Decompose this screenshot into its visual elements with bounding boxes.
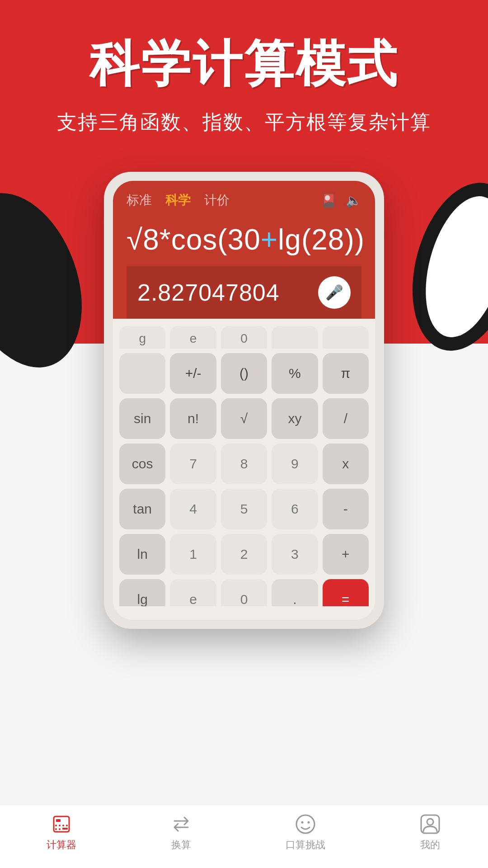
key-9[interactable]: 9: [272, 443, 318, 484]
key-7[interactable]: 7: [170, 443, 216, 484]
bottom-navigation: 计算器 换算 口算挑战 我的: [0, 805, 488, 868]
key-1[interactable]: 1: [170, 534, 216, 575]
person-icon: [419, 813, 441, 835]
phone-frame: 标准 科学 计价 🎴 🔈 √8*cos(30+lg(28)) 2.8270478…: [104, 172, 384, 629]
nav-label-exchange: 换算: [171, 838, 191, 852]
key-cos[interactable]: cos: [119, 443, 165, 484]
svg-point-6: [55, 828, 57, 830]
keys-row-3: cos 7 8 9 x: [119, 443, 369, 484]
phone-screen: 标准 科学 计价 🎴 🔈 √8*cos(30+lg(28)) 2.8270478…: [113, 181, 375, 620]
calc-result-row: 2.827047804 🎤: [127, 266, 361, 319]
calc-icon-group: 🎴 🔈: [321, 193, 361, 208]
svg-point-10: [301, 821, 304, 823]
key-5[interactable]: 5: [221, 489, 267, 529]
hero-section: 科学计算模式 支持三角函数、指数、平方根等复杂计算: [0, 0, 488, 136]
key-dot[interactable]: .: [272, 579, 318, 606]
key-minus[interactable]: -: [323, 489, 369, 529]
svg-point-2: [55, 825, 57, 826]
key-g[interactable]: g: [119, 326, 165, 349]
svg-point-5: [66, 825, 68, 826]
key-equals[interactable]: =: [323, 579, 369, 606]
key-factorial[interactable]: n!: [170, 398, 216, 439]
svg-rect-1: [56, 819, 61, 822]
svg-point-3: [59, 825, 61, 826]
exchange-icon: [170, 813, 192, 835]
key-4[interactable]: 4: [170, 489, 216, 529]
svg-point-13: [427, 819, 433, 825]
key-empty1: [272, 326, 318, 349]
svg-point-11: [308, 821, 310, 823]
key-empty-col0: [119, 353, 165, 394]
key-2[interactable]: 2: [221, 534, 267, 575]
calculator-keys: g e 0 +/- () % π sin n!: [113, 319, 375, 620]
key-xy[interactable]: xy: [272, 398, 318, 439]
key-0-partial[interactable]: 0: [221, 326, 267, 349]
key-3[interactable]: 3: [272, 534, 318, 575]
key-percent[interactable]: %: [272, 353, 318, 394]
face-icon: [294, 813, 317, 835]
keys-row-6: lg e 0 . =: [119, 579, 369, 606]
tab-standard[interactable]: 标准: [127, 192, 152, 209]
phone-mockup: 标准 科学 计价 🎴 🔈 √8*cos(30+lg(28)) 2.8270478…: [104, 172, 384, 629]
key-parentheses[interactable]: (): [221, 353, 267, 394]
nav-item-mental[interactable]: 口算挑战: [286, 813, 325, 852]
key-multiply[interactable]: x: [323, 443, 369, 484]
calc-result: 2.827047804: [137, 279, 280, 306]
card-icon[interactable]: 🎴: [321, 193, 337, 208]
key-0[interactable]: 0: [221, 579, 267, 606]
key-e-partial[interactable]: e: [170, 326, 216, 349]
key-pi[interactable]: π: [323, 353, 369, 394]
keys-row-5: ln 1 2 3 +: [119, 534, 369, 575]
key-8[interactable]: 8: [221, 443, 267, 484]
nav-item-calculator[interactable]: 计算器: [47, 813, 76, 852]
nav-label-profile: 我的: [420, 838, 440, 852]
key-plus[interactable]: +: [323, 534, 369, 575]
keys-row-partial-top: g e 0: [119, 326, 369, 349]
key-plus-minus[interactable]: +/-: [170, 353, 216, 394]
key-divide[interactable]: /: [323, 398, 369, 439]
key-sin[interactable]: sin: [119, 398, 165, 439]
key-e[interactable]: e: [170, 579, 216, 606]
calculator-tabs: 标准 科学 计价 🎴 🔈: [127, 192, 361, 209]
tab-group: 标准 科学 计价: [127, 192, 230, 209]
svg-point-7: [59, 828, 61, 830]
keys-row-1: +/- () % π: [119, 353, 369, 394]
svg-point-9: [296, 815, 314, 833]
key-empty2: [323, 326, 369, 349]
nav-label-calculator: 计算器: [47, 838, 76, 852]
hero-title: 科学计算模式: [0, 36, 488, 91]
plus-highlight: +: [261, 223, 278, 256]
keys-row-4: tan 4 5 6 -: [119, 489, 369, 529]
calc-expression: √8*cos(30+lg(28)): [127, 218, 361, 266]
volume-icon[interactable]: 🔈: [346, 193, 361, 208]
nav-item-exchange[interactable]: 换算: [170, 813, 192, 852]
svg-point-4: [62, 825, 64, 826]
key-6[interactable]: 6: [272, 489, 318, 529]
mic-button[interactable]: 🎤: [318, 276, 351, 309]
key-sqrt[interactable]: √: [221, 398, 267, 439]
nav-label-mental: 口算挑战: [286, 838, 325, 852]
calculator-icon: [50, 813, 73, 835]
key-lg[interactable]: lg: [119, 579, 165, 606]
tab-scientific[interactable]: 科学: [165, 192, 191, 209]
key-ln[interactable]: ln: [119, 534, 165, 575]
key-tan[interactable]: tan: [119, 489, 165, 529]
keys-row-2: sin n! √ xy /: [119, 398, 369, 439]
calculator-display: 标准 科学 计价 🎴 🔈 √8*cos(30+lg(28)) 2.8270478…: [113, 181, 375, 319]
hero-subtitle: 支持三角函数、指数、平方根等复杂计算: [0, 109, 488, 136]
svg-rect-8: [62, 828, 68, 830]
tab-price[interactable]: 计价: [204, 192, 230, 209]
nav-item-profile[interactable]: 我的: [419, 813, 441, 852]
